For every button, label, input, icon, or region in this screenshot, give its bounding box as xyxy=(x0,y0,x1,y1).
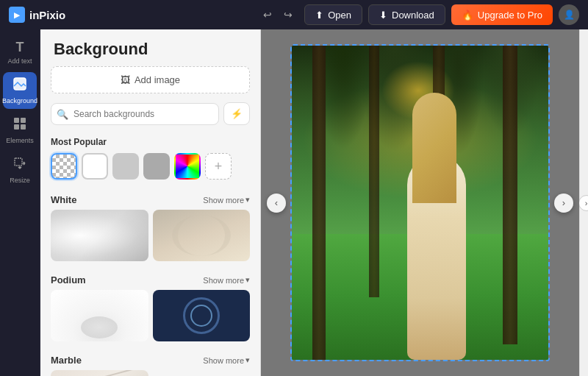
tool-elements-label: Elements xyxy=(6,137,34,144)
add-image-label: Add image xyxy=(135,74,180,85)
white-thumbnails xyxy=(40,210,260,269)
svg-rect-5 xyxy=(21,124,26,130)
white-show-more-button[interactable]: Show more ▾ xyxy=(203,195,250,205)
white-thumb-2[interactable] xyxy=(153,210,251,261)
white-chevron-icon: ▾ xyxy=(245,195,250,205)
sidebar-item-add-text[interactable]: T Add text xyxy=(3,35,37,69)
add-image-button[interactable]: 🖼 Add image xyxy=(51,66,250,93)
podium-section-title: Podium xyxy=(51,274,86,285)
canvas-left-arrow[interactable]: ‹ xyxy=(267,194,286,213)
swatch-mid-gray[interactable] xyxy=(143,153,170,180)
marble-thumb-1[interactable] xyxy=(51,370,148,376)
tool-add-text-label: Add text xyxy=(7,57,32,65)
canvas-image: ▶ inPixio xyxy=(292,46,548,360)
marble-section-title: Marble xyxy=(51,355,82,366)
podium-thumb-1[interactable] xyxy=(51,290,148,341)
canvas-area: ‹ ▶ inPixio xyxy=(261,29,579,376)
logo: ▶ inPixio xyxy=(9,7,65,23)
right-sidebar: › xyxy=(579,29,588,376)
marble-thumbnails xyxy=(40,370,260,376)
svg-rect-4 xyxy=(14,124,19,130)
swatch-rainbow[interactable] xyxy=(174,153,201,180)
canvas-image-frame: ▶ inPixio xyxy=(290,44,550,361)
podium-show-more-label: Show more xyxy=(203,276,244,285)
resize-icon xyxy=(12,156,27,174)
swatch-light-gray[interactable] xyxy=(112,153,139,180)
marble-show-more-button[interactable]: Show more ▾ xyxy=(203,355,250,365)
search-icon: 🔍 xyxy=(57,108,68,119)
right-panel-arrow[interactable]: › xyxy=(578,195,589,211)
background-icon xyxy=(12,77,27,95)
most-popular-label: Most Popular xyxy=(40,132,260,153)
white-thumb-1[interactable] xyxy=(51,210,148,261)
filter-button[interactable]: ⚡ xyxy=(223,102,250,125)
podium-thumb-2[interactable] xyxy=(153,290,251,341)
elements-icon xyxy=(12,116,27,135)
podium-section-header: Podium Show more ▾ xyxy=(40,269,260,290)
swatch-transparent[interactable] xyxy=(51,153,77,180)
upgrade-label: Upgrade to Pro xyxy=(478,10,542,21)
white-show-more-label: Show more xyxy=(203,196,244,205)
sidebar-item-resize[interactable]: Resize xyxy=(3,152,37,188)
download-button[interactable]: ⬇ Download xyxy=(368,4,445,25)
svg-rect-6 xyxy=(15,158,22,166)
marble-show-more-label: Show more xyxy=(203,356,244,365)
logo-icon: ▶ xyxy=(9,7,25,23)
white-section-title: White xyxy=(51,194,76,205)
open-icon: ⬆ xyxy=(315,10,323,21)
swatch-white[interactable] xyxy=(82,153,108,180)
download-icon: ⬇ xyxy=(379,10,387,21)
white-section-header: White Show more ▾ xyxy=(40,188,260,210)
sidebar-item-elements[interactable]: Elements xyxy=(3,112,37,149)
sidebar-item-background[interactable]: Background xyxy=(3,72,37,109)
tools-sidebar: T Add text Background xyxy=(0,29,40,376)
search-wrap: 🔍 xyxy=(51,103,219,125)
logo-text: inPixio xyxy=(29,9,65,21)
undo-redo-group: ↩ ↪ xyxy=(259,6,297,24)
swatches-row: + xyxy=(40,153,260,188)
search-input[interactable] xyxy=(51,103,219,125)
upgrade-icon: 🔥 xyxy=(462,10,473,21)
swatch-add-button[interactable]: + xyxy=(205,153,232,180)
svg-rect-3 xyxy=(21,118,26,123)
background-panel: Background 🖼 Add image 🔍 ⚡ Most Popular … xyxy=(40,29,261,376)
undo-button[interactable]: ↩ xyxy=(259,6,276,24)
tool-resize-label: Resize xyxy=(10,177,30,184)
search-row: 🔍 ⚡ xyxy=(51,102,250,125)
marble-chevron-icon: ▾ xyxy=(245,355,250,365)
topbar: ▶ inPixio ↩ ↪ ⬆ Open ⬇ Download 🔥 Upgrad… xyxy=(0,0,588,29)
upgrade-button[interactable]: 🔥 Upgrade to Pro xyxy=(451,4,553,25)
redo-button[interactable]: ↪ xyxy=(279,6,297,24)
topbar-actions: ⬆ Open ⬇ Download 🔥 Upgrade to Pro 👤 xyxy=(304,4,579,25)
svg-rect-2 xyxy=(14,118,19,123)
canvas-right-arrow[interactable]: › xyxy=(554,194,573,213)
marble-section-header: Marble Show more ▾ xyxy=(40,349,260,370)
add-image-icon: 🖼 xyxy=(121,74,130,85)
tool-background-label: Background xyxy=(2,97,37,104)
open-button[interactable]: ⬆ Open xyxy=(304,4,362,25)
podium-thumbnails xyxy=(40,290,260,349)
user-avatar[interactable]: 👤 xyxy=(559,4,579,25)
download-label: Download xyxy=(392,10,434,21)
podium-show-more-button[interactable]: Show more ▾ xyxy=(203,275,250,285)
text-icon: T xyxy=(16,40,24,55)
main-area: T Add text Background xyxy=(0,29,588,376)
panel-title: Background xyxy=(40,29,260,66)
podium-chevron-icon: ▾ xyxy=(245,275,250,285)
open-label: Open xyxy=(328,10,351,21)
